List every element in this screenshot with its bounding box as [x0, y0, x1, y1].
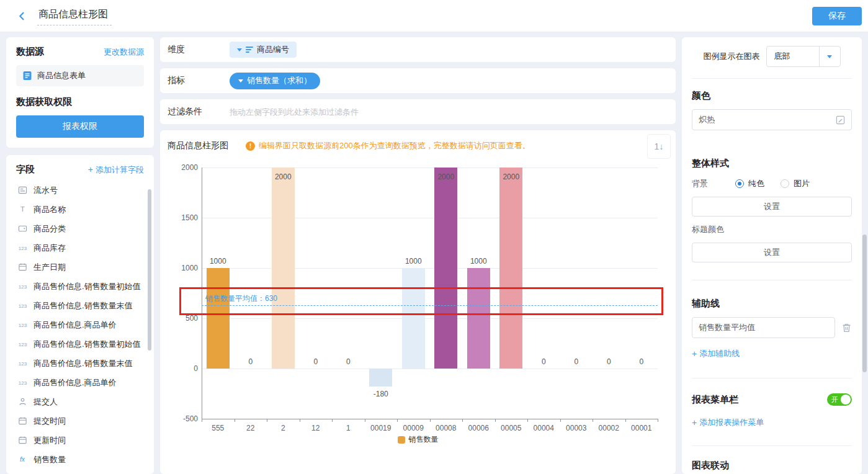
y-axis-tick-label: -500 — [172, 414, 198, 423]
bar[interactable] — [434, 168, 457, 369]
field-item[interactable]: 生产日期 — [16, 257, 148, 277]
x-axis-tick — [365, 419, 365, 422]
bar[interactable] — [402, 268, 425, 369]
refline-title: 辅助线 — [692, 298, 852, 310]
field-label: 商品分类 — [34, 223, 66, 235]
x-axis-category-label: 00002 — [593, 424, 625, 432]
x-axis-category-label: 00006 — [462, 424, 495, 432]
add-report-menu-link[interactable]: +添加报表操作菜单 — [692, 417, 764, 428]
field-item[interactable]: 123商品库存 — [16, 238, 148, 257]
fx-icon: fx — [16, 455, 29, 464]
color-scheme-input[interactable] — [692, 109, 852, 130]
right-sidebar: 图例显示在图表 底部 颜色 整体样式 背景 纯色 图片 设置 标题颜色 设置 辅… — [682, 37, 862, 474]
dimension-tag[interactable]: 商品编号 — [230, 42, 297, 58]
field-item[interactable]: 更新时间 — [16, 431, 148, 450]
field-item[interactable]: 123商品售价信息.销售数量末值 — [16, 296, 148, 315]
bar[interactable] — [467, 268, 490, 369]
x-axis-category-label: 12 — [300, 424, 333, 432]
field-item[interactable]: 123商品售价信息.销售数量末值 — [16, 354, 148, 373]
x-axis-tick — [593, 419, 593, 422]
field-item[interactable]: 提交时间 — [16, 411, 148, 431]
number-icon: 123 — [16, 321, 29, 329]
edit-icon[interactable] — [836, 115, 845, 125]
field-label: 商品售价信息.商品单价 — [34, 320, 117, 331]
select-arrow[interactable] — [819, 47, 840, 66]
bar[interactable] — [272, 168, 295, 369]
field-item[interactable]: 提交人 — [16, 392, 148, 411]
field-item[interactable]: fx销售数量 — [16, 450, 148, 469]
chart-legend[interactable]: 销售数量 — [160, 434, 676, 445]
fields-panel: 字段 +添加计算字段 流水号T商品名称商品分类123商品库存生产日期123商品售… — [6, 155, 154, 474]
field-item[interactable]: 123商品售价信息.商品单价 — [16, 373, 148, 392]
title-color-set-button[interactable]: 设置 — [692, 243, 852, 262]
color-scheme-value[interactable] — [699, 115, 836, 125]
report-permission-button[interactable]: 报表权限 — [16, 115, 144, 138]
field-item[interactable]: T商品名称 — [16, 200, 148, 219]
field-label: 更新时间 — [34, 435, 66, 446]
bar-value-label: 0 — [625, 357, 658, 366]
y-axis-tick-label: 500 — [172, 314, 198, 323]
change-datasource-link[interactable]: 更改数据源 — [104, 47, 144, 58]
x-axis-tick — [235, 419, 235, 422]
x-axis-category-label: 00008 — [430, 424, 463, 432]
refline-input-box[interactable] — [692, 317, 835, 338]
divider — [692, 378, 852, 378]
topbar: 商品信息柱形图 保存 — [0, 0, 868, 32]
report-menu-title: 报表菜单栏 — [692, 394, 738, 406]
x-axis-tick — [560, 419, 561, 422]
report-menu-row: 报表菜单栏 开 — [692, 393, 852, 406]
add-refline-link[interactable]: +添加辅助线 — [692, 348, 740, 359]
color-title: 颜色 — [692, 90, 852, 102]
trash-icon[interactable] — [841, 323, 852, 333]
text-icon: T — [16, 205, 29, 214]
filter-dropzone-input[interactable] — [230, 107, 668, 117]
back-button[interactable] — [15, 9, 30, 24]
report-menu-toggle[interactable]: 开 — [827, 393, 852, 406]
field-item[interactable]: 123商品售价信息.销售数量初始值 — [16, 277, 148, 296]
radio-solid-color[interactable]: 纯色 — [735, 178, 764, 189]
bar[interactable] — [499, 168, 522, 369]
field-item[interactable]: 123商品售价信息.销售数量初始值 — [16, 334, 148, 354]
y-axis-tick-label: 1500 — [172, 213, 198, 222]
legend-label: 销售数量 — [409, 434, 439, 445]
bar-value-label: 2000 — [430, 172, 463, 181]
metric-tag[interactable]: 销售数量（求和） — [230, 73, 320, 89]
svg-text:123: 123 — [18, 380, 27, 386]
left-sidebar: 数据源 更改数据源 商品信息表单 数据获取权限 报表权限 字段 +添加计算字段 … — [6, 37, 154, 474]
plus-icon: + — [692, 349, 697, 359]
gridline — [202, 318, 658, 319]
field-label: 提交时间 — [34, 416, 66, 427]
number-icon: 123 — [16, 340, 29, 348]
page-scrollbar[interactable] — [862, 235, 867, 372]
chevron-down-icon — [238, 79, 243, 83]
legend-position-select[interactable]: 底部 — [766, 46, 841, 67]
add-calc-field-link[interactable]: +添加计算字段 — [88, 164, 144, 176]
select-icon — [16, 224, 29, 233]
bar-value-label: 0 — [527, 357, 560, 366]
bar-value-label: 2000 — [267, 172, 300, 181]
field-item[interactable]: 123商品售价信息.商品单价 — [16, 315, 148, 334]
refline-input[interactable] — [699, 323, 828, 333]
svg-text:123: 123 — [18, 303, 27, 309]
y-axis-tick-label: 2000 — [172, 163, 198, 172]
gridline — [202, 268, 658, 269]
bar-value-label: 0 — [560, 357, 593, 366]
page-title: 商品信息柱形图 — [37, 7, 112, 25]
plus-icon: + — [692, 418, 697, 427]
svg-text:123: 123 — [18, 323, 27, 328]
field-label: 流水号 — [34, 185, 58, 196]
x-axis-category-label: 00004 — [527, 424, 560, 432]
save-button[interactable]: 保存 — [812, 7, 862, 25]
bar[interactable] — [369, 369, 392, 387]
field-item[interactable]: 流水号 — [16, 181, 148, 200]
field-item[interactable]: 商品分类 — [16, 219, 148, 238]
fields-scrollbar[interactable] — [148, 189, 151, 351]
background-set-button[interactable]: 设置 — [692, 197, 852, 217]
background-row: 背景 纯色 图片 — [692, 178, 852, 189]
x-axis-tick — [430, 419, 431, 422]
datasource-item[interactable]: 商品信息表单 — [16, 65, 144, 86]
radio-image[interactable]: 图片 — [781, 178, 810, 189]
x-axis-tick — [332, 419, 333, 422]
bar[interactable] — [207, 268, 230, 369]
gridline — [202, 369, 658, 369]
